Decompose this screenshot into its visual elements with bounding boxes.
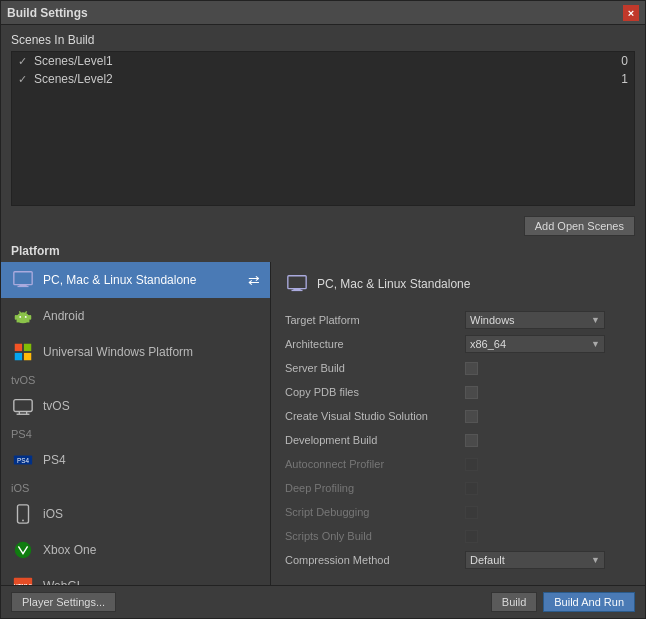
build-and-run-button[interactable]: Build And Run <box>543 592 635 612</box>
setting-architecture: Architecture x86_64 ▼ <box>285 334 631 354</box>
build-button[interactable]: Build <box>491 592 537 612</box>
ios-icon <box>11 502 35 526</box>
svg-point-8 <box>25 316 27 318</box>
scene-checkbox-0[interactable]: ✓ <box>18 55 30 67</box>
setting-value-compression-method: Default ▼ <box>465 551 631 569</box>
setting-create-vs: Create Visual Studio Solution <box>285 406 631 426</box>
setting-label-copy-pdb: Copy PDB files <box>285 386 465 398</box>
sidebar-item-ios[interactable]: iOS <box>1 496 270 532</box>
android-icon <box>11 304 35 328</box>
dropdown-arrow-icon-3: ▼ <box>591 555 600 565</box>
setting-label-target-platform: Target Platform <box>285 314 465 326</box>
platform-name-pc: PC, Mac & Linux Standalone <box>43 273 196 287</box>
architecture-value: x86_64 <box>470 338 506 350</box>
scenes-section: Scenes In Build ✓ Scenes/Level1 0 ✓ Scen… <box>1 25 645 212</box>
setting-label-compression-method: Compression Method <box>285 554 465 566</box>
main-content: PC, Mac & Linux Standalone ⇄ <box>1 262 645 585</box>
scene-checkbox-1[interactable]: ✓ <box>18 73 30 85</box>
sidebar-item-ps4[interactable]: PS4 PS4 <box>1 442 270 478</box>
platform-name-android: Android <box>43 309 84 323</box>
svg-rect-4 <box>17 315 30 322</box>
build-settings-window: Build Settings × Scenes In Build ✓ Scene… <box>0 0 646 619</box>
setting-value-development-build <box>465 434 631 447</box>
switch-platform-icon: ⇄ <box>248 272 260 288</box>
svg-rect-12 <box>24 344 31 351</box>
sidebar-item-xbox[interactable]: Xbox One <box>1 532 270 568</box>
tvos-icon <box>11 394 35 418</box>
setting-copy-pdb: Copy PDB files <box>285 382 631 402</box>
autoconnect-profiler-checkbox <box>465 458 478 471</box>
add-open-scenes-button[interactable]: Add Open Scenes <box>524 216 635 236</box>
setting-compression-method: Compression Method Default ▼ <box>285 550 631 570</box>
architecture-dropdown[interactable]: x86_64 ▼ <box>465 335 605 353</box>
svg-rect-26 <box>288 276 306 289</box>
setting-label-autoconnect-profiler: Autoconnect Profiler <box>285 458 465 470</box>
setting-value-deep-profiling <box>465 482 631 495</box>
setting-value-architecture: x86_64 ▼ <box>465 335 631 353</box>
setting-label-server-build: Server Build <box>285 362 465 374</box>
svg-point-23 <box>15 542 32 559</box>
svg-rect-6 <box>29 315 31 320</box>
setting-label-development-build: Development Build <box>285 434 465 446</box>
setting-value-server-build <box>465 362 631 375</box>
scenes-label: Scenes In Build <box>11 33 635 47</box>
dropdown-arrow-icon-2: ▼ <box>591 339 600 349</box>
setting-value-scripts-only-build <box>465 530 631 543</box>
scene-index-0: 0 <box>621 54 628 68</box>
platform-list: PC, Mac & Linux Standalone ⇄ <box>1 262 271 585</box>
setting-value-autoconnect-profiler <box>465 458 631 471</box>
scene-name-0: Scenes/Level1 <box>34 54 113 68</box>
sidebar-item-webgl[interactable]: HTML5 WebGL <box>1 568 270 585</box>
xbox-icon <box>11 538 35 562</box>
svg-rect-13 <box>15 353 22 360</box>
platform-name-tvos: tvOS <box>43 399 70 413</box>
svg-text:PS4: PS4 <box>17 457 30 464</box>
copy-pdb-checkbox[interactable] <box>465 386 478 399</box>
uwp-icon <box>11 340 35 364</box>
setting-label-script-debugging: Script Debugging <box>285 506 465 518</box>
tvos-divider: tvOS <box>1 370 270 388</box>
create-vs-checkbox[interactable] <box>465 410 478 423</box>
webgl-icon: HTML5 <box>11 574 35 585</box>
sidebar-item-tvos[interactable]: tvOS <box>1 388 270 424</box>
bottom-bar: Player Settings... Build Build And Run <box>1 585 645 618</box>
sidebar-item-uwp[interactable]: Universal Windows Platform <box>1 334 270 370</box>
svg-rect-11 <box>15 344 22 351</box>
svg-point-22 <box>22 520 24 522</box>
setting-server-build: Server Build <box>285 358 631 378</box>
setting-script-debugging: Script Debugging <box>285 502 631 522</box>
setting-value-script-debugging <box>465 506 631 519</box>
scenes-list: ✓ Scenes/Level1 0 ✓ Scenes/Level2 1 <box>11 51 635 206</box>
setting-label-scripts-only-build: Scripts Only Build <box>285 530 465 542</box>
script-debugging-checkbox <box>465 506 478 519</box>
platform-name-ps4: PS4 <box>43 453 66 467</box>
ios-divider: iOS <box>1 478 270 496</box>
build-settings-panel: PC, Mac & Linux Standalone Target Platfo… <box>271 262 645 585</box>
panel-header: PC, Mac & Linux Standalone <box>285 272 631 296</box>
list-item[interactable]: ✓ Scenes/Level2 1 <box>12 70 634 88</box>
sidebar-item-pc[interactable]: PC, Mac & Linux Standalone ⇄ <box>1 262 270 298</box>
setting-deep-profiling: Deep Profiling <box>285 478 631 498</box>
sidebar-item-android[interactable]: Android <box>1 298 270 334</box>
monitor-icon <box>11 268 35 292</box>
target-platform-dropdown[interactable]: Windows ▼ <box>465 311 605 329</box>
scene-index-1: 1 <box>621 72 628 86</box>
dropdown-arrow-icon: ▼ <box>591 315 600 325</box>
development-build-checkbox[interactable] <box>465 434 478 447</box>
setting-label-architecture: Architecture <box>285 338 465 350</box>
server-build-checkbox[interactable] <box>465 362 478 375</box>
build-buttons: Build Build And Run <box>491 592 635 612</box>
platform-name-ios: iOS <box>43 507 63 521</box>
platform-name-uwp: Universal Windows Platform <box>43 345 193 359</box>
player-settings-button[interactable]: Player Settings... <box>11 592 116 612</box>
add-open-scenes-row: Add Open Scenes <box>1 212 645 240</box>
svg-rect-0 <box>14 272 32 285</box>
platform-label: Platform <box>1 240 645 262</box>
target-platform-value: Windows <box>470 314 515 326</box>
list-item[interactable]: ✓ Scenes/Level1 0 <box>12 52 634 70</box>
scene-name-1: Scenes/Level2 <box>34 72 113 86</box>
compression-method-dropdown[interactable]: Default ▼ <box>465 551 605 569</box>
title-bar: Build Settings × <box>1 1 645 25</box>
close-button[interactable]: × <box>623 5 639 21</box>
deep-profiling-checkbox <box>465 482 478 495</box>
